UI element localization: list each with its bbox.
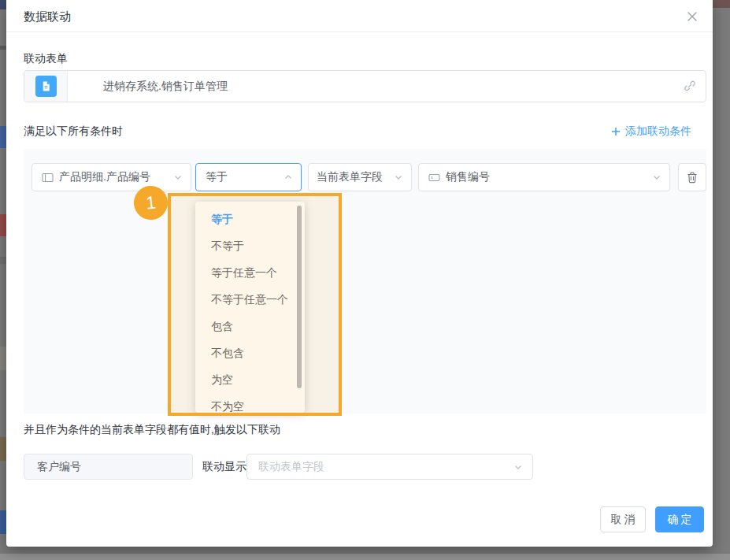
operator-option[interactable]: 包含	[195, 313, 305, 339]
operator-option[interactable]: 等于	[195, 206, 305, 232]
linkage-form-label: 联动表单	[24, 52, 68, 66]
condition-field-select[interactable]: 产品明细.产品编号	[31, 163, 191, 191]
backdrop-fragment	[0, 257, 6, 264]
backdrop-fragment	[0, 46, 6, 50]
dialog-header: 数据联动	[6, 0, 713, 32]
condition-source-type-value: 当前表单字段	[317, 170, 394, 184]
chevron-down-icon	[652, 172, 661, 182]
operator-option[interactable]: 为空	[195, 366, 305, 393]
linkage-form-value: 进销存系统.销售订单管理	[103, 71, 228, 102]
input-field-icon	[428, 172, 440, 183]
condition-operator-value: 等于	[206, 170, 283, 184]
trash-icon	[687, 172, 698, 184]
add-condition-label: 添加联动条件	[625, 124, 691, 139]
operator-option[interactable]: 不等于任意一个	[195, 286, 305, 313]
add-condition-button[interactable]: 添加联动条件	[611, 124, 691, 139]
chevron-down-icon	[173, 172, 183, 182]
delete-condition-button[interactable]	[678, 163, 706, 191]
cancel-button[interactable]: 取消	[600, 506, 646, 532]
condition-source-field-value: 销售编号	[446, 170, 652, 184]
document-icon	[35, 76, 57, 97]
operator-option[interactable]: 不等于	[195, 232, 305, 259]
backdrop-fragment	[713, 0, 730, 8]
link-icon[interactable]	[684, 80, 696, 95]
close-icon[interactable]	[686, 10, 699, 23]
operator-dropdown-panel: 等于 不等于 等于任意一个 不等于任意一个 包含 不包含 为空 不为空	[195, 202, 305, 413]
operator-option[interactable]: 等于任意一个	[195, 259, 305, 286]
chevron-up-icon	[283, 172, 293, 182]
condition-source-field-select[interactable]: 销售编号	[418, 163, 670, 191]
trigger-target-field: 客户编号	[24, 454, 193, 480]
chevron-down-icon	[513, 462, 523, 472]
dialog-title: 数据联动	[24, 9, 71, 24]
subform-icon	[42, 172, 54, 183]
linkage-form-select[interactable]: 进销存系统.销售订单管理	[24, 70, 706, 102]
backdrop-fragment	[0, 437, 6, 461]
backdrop-fragment	[0, 347, 6, 370]
dropdown-scrollbar[interactable]	[297, 206, 302, 388]
confirm-button[interactable]: 确定	[655, 506, 704, 532]
backdrop-fragment	[0, 126, 6, 148]
backdrop-fragment	[0, 510, 6, 534]
linkage-field-select[interactable]: 联动表单字段	[246, 454, 533, 480]
data-linkage-dialog: 数据联动 联动表单 进销存系统.销售订单管理 满足以下所	[6, 0, 713, 547]
linkage-field-placeholder: 联动表单字段	[258, 460, 513, 474]
condition-source-type-select[interactable]: 当前表单字段	[308, 163, 412, 191]
condition-field-value: 产品明细.产品编号	[59, 170, 173, 184]
plus-icon	[611, 127, 621, 136]
backdrop-fragment	[0, 554, 730, 560]
chevron-down-icon	[394, 172, 403, 182]
operator-option[interactable]: 不包含	[195, 339, 305, 366]
backdrop-fragment	[0, 214, 6, 236]
page-backdrop: 数据联动 联动表单 进销存系统.销售订单管理 满足以下所	[0, 0, 730, 560]
form-icon-wrap	[24, 71, 68, 102]
trigger-description: 并且作为条件的当前表单字段都有值时,触发以下联动	[24, 423, 280, 437]
trigger-action-label: 联动显示	[202, 454, 246, 480]
conditions-heading: 满足以下所有条件时	[24, 124, 123, 139]
backdrop-fragment	[0, 0, 6, 9]
operator-option[interactable]: 不为空	[195, 393, 305, 413]
condition-operator-select[interactable]: 等于	[195, 163, 302, 191]
